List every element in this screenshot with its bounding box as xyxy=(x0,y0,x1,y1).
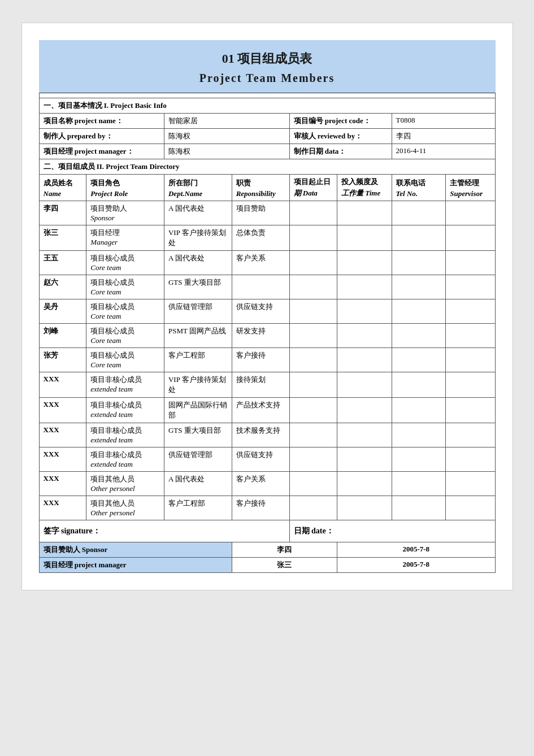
info-row-3: 项目经理 project manager： 陈海权 制作日期 data： 201… xyxy=(39,144,495,159)
member-date xyxy=(289,324,337,348)
member-row: XXX 项目非核心成员 extended team 供应链管理部 供应链支持 xyxy=(39,447,495,472)
col-date: 项目起止日 期 Data xyxy=(289,175,337,201)
member-role: 项目核心成员 Core team xyxy=(86,251,164,275)
footer-role-label: 项目经理 project manager xyxy=(39,558,232,573)
member-name: XXX xyxy=(39,423,86,447)
member-tel xyxy=(392,423,446,447)
member-invest xyxy=(337,447,392,472)
member-resp: 供应链支持 xyxy=(232,447,289,472)
member-row: 张芳 项目核心成员 Core team 客户工程部 客户接待 xyxy=(39,348,495,372)
member-dept: 客户工程部 xyxy=(164,496,232,520)
footer-date: 2005-7-8 xyxy=(337,542,495,558)
member-resp: 技术服务支持 xyxy=(232,423,289,447)
member-dept: A 国代表处 xyxy=(164,251,232,275)
member-role: 项目其他人员 Other personel xyxy=(86,496,164,520)
member-invest xyxy=(337,275,392,299)
member-supervisor xyxy=(446,372,495,398)
member-supervisor xyxy=(446,472,495,496)
member-date xyxy=(289,472,337,496)
member-date xyxy=(289,348,337,372)
date-label: 日期 date： xyxy=(289,520,495,542)
member-role: 项目非核心成员 extended team xyxy=(86,372,164,398)
title-main: 01 项目组成员表 xyxy=(45,50,490,67)
project-manager-value: 陈海权 xyxy=(164,144,289,159)
col-resp: 职责 Reponsibility xyxy=(232,175,289,201)
member-invest xyxy=(337,372,392,398)
member-role: 项目核心成员 Core team xyxy=(86,299,164,324)
member-tel xyxy=(392,275,446,299)
member-row: 张三 项目经理 Manager VIP 客户接待策划处 总体负责 xyxy=(39,225,495,251)
member-role: 项目经理 Manager xyxy=(86,225,164,251)
create-date-value: 2016-4-11 xyxy=(392,144,495,159)
info-row-1: 项目名称 project name： 智能家居 项目编号 project cod… xyxy=(39,114,495,129)
section1-header: 一、项目基本情况 I. Project Basic Info xyxy=(39,98,495,114)
member-dept: 固网产品国际行销部 xyxy=(164,398,232,423)
member-supervisor xyxy=(446,251,495,275)
member-tel xyxy=(392,348,446,372)
member-tel xyxy=(392,372,446,398)
member-name: XXX xyxy=(39,496,86,520)
member-dept: A 国代表处 xyxy=(164,201,232,225)
member-dept: 供应链管理部 xyxy=(164,299,232,324)
col-supervisor: 主管经理 Supervisor xyxy=(446,175,495,201)
member-resp: 客户接待 xyxy=(232,348,289,372)
project-code-value: T0808 xyxy=(392,114,495,129)
member-tel xyxy=(392,447,446,472)
prepared-by-label: 制作人 prepared by： xyxy=(39,129,164,144)
member-role: 项目赞助人 Sponsor xyxy=(86,201,164,225)
member-row: 吴丹 项目核心成员 Core team 供应链管理部 供应链支持 xyxy=(39,299,495,324)
project-name-value: 智能家居 xyxy=(164,114,289,129)
member-resp: 项目赞助 xyxy=(232,201,289,225)
footer-row: 项目经理 project manager 张三 2005-7-8 xyxy=(39,558,495,573)
member-invest xyxy=(337,201,392,225)
footer-role-label: 项目赞助人 Sponsor xyxy=(39,542,232,558)
member-invest xyxy=(337,398,392,423)
member-supervisor xyxy=(446,275,495,299)
member-name: 赵六 xyxy=(39,275,86,299)
footer-name: 张三 xyxy=(232,558,337,573)
prepared-by-value: 陈海权 xyxy=(164,129,289,144)
member-supervisor xyxy=(446,447,495,472)
member-tel xyxy=(392,324,446,348)
member-resp: 供应链支持 xyxy=(232,299,289,324)
member-dept: A 国代表处 xyxy=(164,472,232,496)
member-invest xyxy=(337,299,392,324)
member-date xyxy=(289,496,337,520)
create-date-label: 制作日期 data： xyxy=(289,144,392,159)
member-resp: 研发支持 xyxy=(232,324,289,348)
member-name: XXX xyxy=(39,372,86,398)
section2-header: 二、项目组成员 II. Project Team Directory xyxy=(39,159,495,175)
member-name: 刘峰 xyxy=(39,324,86,348)
member-dept: VIP 客户接待策划处 xyxy=(164,372,232,398)
member-date xyxy=(289,447,337,472)
member-supervisor xyxy=(446,225,495,251)
member-invest xyxy=(337,225,392,251)
member-resp: 总体负责 xyxy=(232,225,289,251)
member-role: 项目核心成员 Core team xyxy=(86,348,164,372)
project-code-label: 项目编号 project code： xyxy=(289,114,392,129)
member-supervisor xyxy=(446,348,495,372)
signature-row: 签字 signature： 日期 date： xyxy=(39,520,495,542)
member-invest xyxy=(337,423,392,447)
member-name: 张芳 xyxy=(39,348,86,372)
member-role: 项目核心成员 Core team xyxy=(86,275,164,299)
member-role: 项目非核心成员 extended team xyxy=(86,447,164,472)
title-sub: Project Team Members xyxy=(45,72,490,85)
member-date xyxy=(289,299,337,324)
member-resp: 客户接待 xyxy=(232,496,289,520)
section2-header-row: 二、项目组成员 II. Project Team Directory xyxy=(39,159,495,175)
footer-name: 李四 xyxy=(232,542,337,558)
title-area: 01 项目组成员表 Project Team Members xyxy=(39,40,496,93)
member-date xyxy=(289,251,337,275)
footer-date: 2005-7-8 xyxy=(337,558,495,573)
project-manager-label: 项目经理 project manager： xyxy=(39,144,164,159)
member-supervisor xyxy=(446,496,495,520)
member-resp: 接待策划 xyxy=(232,372,289,398)
col-name: 成员姓名 Name xyxy=(39,175,86,201)
member-role: 项目非核心成员 extended team xyxy=(86,398,164,423)
member-invest xyxy=(337,496,392,520)
member-row: 李四 项目赞助人 Sponsor A 国代表处 项目赞助 xyxy=(39,201,495,225)
footer-row: 项目赞助人 Sponsor 李四 2005-7-8 xyxy=(39,542,495,558)
member-name: 李四 xyxy=(39,201,86,225)
member-dept: 客户工程部 xyxy=(164,348,232,372)
